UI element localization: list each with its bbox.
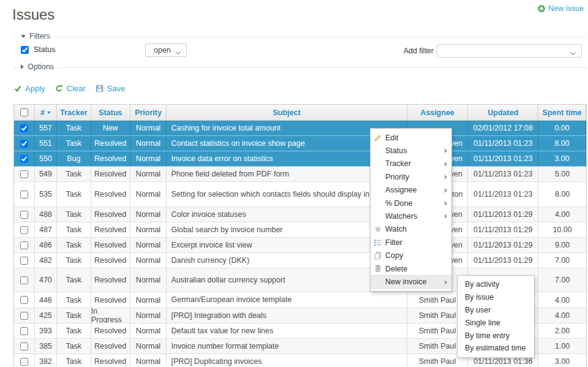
- issue-row-535[interactable]: 535TaskResolvedNormalSetting for selecti…: [14, 182, 586, 207]
- issue-status-cell: Resolved: [91, 151, 130, 166]
- context-menu-item-tracker[interactable]: Tracker: [371, 157, 451, 170]
- filters-legend[interactable]: Filters: [17, 32, 54, 40]
- issue-status-cell: Resolved: [91, 253, 130, 268]
- issue-spent-cell: 4.00: [538, 292, 586, 308]
- context-menu-item-edit[interactable]: Edit: [371, 131, 451, 144]
- add-filter-select[interactable]: [437, 44, 582, 58]
- row-checkbox-cell: [14, 268, 35, 292]
- issue-row-482[interactable]: 482TaskResolvedNormalDanish currency (DK…: [14, 253, 586, 268]
- row-checkbox-cell: [14, 167, 35, 181]
- row-checkbox[interactable]: [20, 276, 28, 284]
- context-menu-item-new-invoice[interactable]: New invoice: [371, 275, 451, 288]
- row-checkbox[interactable]: [20, 241, 28, 249]
- column-header-status[interactable]: Status: [91, 105, 130, 120]
- issue-tracker-cell: Bug: [57, 151, 91, 166]
- row-checkbox[interactable]: [20, 296, 28, 304]
- issue-row-551[interactable]: 551TaskResolvedNormalContact statistics …: [14, 136, 586, 151]
- submenu-item-by-user[interactable]: By user: [458, 304, 534, 317]
- new-issue-link[interactable]: New issue: [537, 4, 584, 13]
- issue-priority-cell: Normal: [130, 207, 167, 222]
- column-header-updated[interactable]: Updated: [468, 105, 538, 120]
- row-checkbox-cell: [14, 121, 35, 135]
- status-operator-select[interactable]: open: [145, 44, 187, 57]
- apply-button[interactable]: Apply: [13, 84, 45, 93]
- issue-row-488[interactable]: 488TaskResolvedNormalColor invoice statu…: [14, 207, 586, 222]
- issue-subject-cell: Invoice number format template: [167, 339, 407, 354]
- context-menu-item-done[interactable]: % Done: [371, 197, 451, 210]
- delete-icon: [374, 264, 382, 273]
- submenu-item-by-time-entry[interactable]: By time entry: [458, 329, 534, 342]
- issue-updated-cell: 01/11/2013 01:23: [468, 182, 538, 206]
- issue-priority-cell: Normal: [130, 238, 167, 252]
- row-checkbox[interactable]: [20, 257, 28, 265]
- issue-updated-cell: 01/11/2013 01:23: [468, 151, 538, 166]
- row-checkbox[interactable]: [20, 327, 28, 335]
- issue-row-487[interactable]: 487TaskResolvedNormalGlobal search by in…: [14, 222, 586, 238]
- context-menu-item-priority[interactable]: Priority: [371, 170, 451, 183]
- row-checkbox[interactable]: [20, 312, 28, 320]
- context-menu-item-status[interactable]: Status: [371, 144, 451, 157]
- context-menu-item-watch[interactable]: Watch: [371, 223, 451, 236]
- issue-row-549[interactable]: 549TaskResolvedNormalPhone field deleted…: [14, 167, 586, 182]
- submenu-item-by-activity[interactable]: By activity: [458, 278, 534, 291]
- options-legend[interactable]: Options: [17, 62, 58, 71]
- row-checkbox[interactable]: [20, 358, 28, 366]
- issue-priority-cell: Normal: [130, 268, 167, 292]
- issue-status-cell: Resolved: [91, 354, 130, 367]
- issue-updated-cell: 01/11/2013 01:29: [468, 207, 538, 222]
- issue-id-cell: 482: [35, 253, 57, 268]
- row-checkbox-cell: [14, 207, 35, 222]
- submenu-item-by-estimated-time[interactable]: By estimated time: [458, 342, 534, 355]
- issue-tracker-cell: Task: [57, 136, 91, 151]
- column-header-[interactable]: #: [35, 105, 57, 120]
- context-menu-item-delete[interactable]: Delete: [371, 262, 451, 275]
- row-checkbox[interactable]: [20, 342, 28, 350]
- issue-status-cell: Resolved: [91, 238, 130, 252]
- issue-updated-cell: 01/11/2013 01:29: [468, 238, 538, 252]
- issue-spent-cell: 10.00: [538, 222, 586, 237]
- column-header-priority[interactable]: Priority: [130, 105, 167, 120]
- save-button[interactable]: Save: [96, 84, 126, 93]
- row-checkbox-cell: [14, 182, 35, 206]
- context-menu-item-watchers[interactable]: Watchers: [371, 210, 451, 222]
- row-checkbox[interactable]: [20, 191, 28, 199]
- status-filter-checkbox[interactable]: [21, 46, 29, 54]
- submenu-item-single-line[interactable]: Single line: [458, 316, 534, 329]
- column-header-subject[interactable]: Subject: [167, 105, 407, 120]
- issue-status-cell: Resolved: [91, 339, 130, 354]
- row-checkbox[interactable]: [20, 170, 28, 178]
- issue-updated-cell: 01/11/2013 01:23: [468, 136, 538, 151]
- page-title: Issues: [12, 6, 55, 23]
- row-checkbox-cell: [14, 222, 35, 237]
- issue-spent-cell: 9.00: [538, 238, 586, 252]
- row-checkbox[interactable]: [20, 226, 28, 234]
- column-header-spent-time[interactable]: Spent time: [538, 105, 586, 120]
- sort-desc-icon: [47, 112, 51, 114]
- submenu-item-by-issue[interactable]: By issue: [458, 291, 534, 304]
- issues-page: Issues New issue Filters Status open Add…: [0, 0, 588, 367]
- issue-priority-cell: Normal: [130, 182, 167, 206]
- status-filter-label: Status: [34, 45, 55, 54]
- issue-spent-cell: 8.00: [538, 136, 586, 151]
- row-checkbox[interactable]: [20, 124, 28, 132]
- issue-row-486[interactable]: 486TaskResolvedNormalExcerpt invoice lis…: [14, 238, 586, 253]
- context-menu-item-assignee[interactable]: Assignee: [371, 184, 451, 197]
- issue-row-557[interactable]: 557TaskNewNormalCashing for invoice tota…: [14, 121, 586, 136]
- column-header-tracker[interactable]: Tracker: [57, 105, 91, 120]
- issue-updated-cell: 02/01/2012 17:08: [468, 121, 538, 135]
- options-fieldset-border: [13, 67, 587, 68]
- row-checkbox[interactable]: [20, 140, 28, 148]
- issue-row-550[interactable]: 550BugResolvedNormalInvoice data error o…: [14, 151, 586, 167]
- issue-spent-cell: 7.00: [538, 253, 586, 268]
- select-all-checkbox[interactable]: [20, 108, 28, 116]
- column-header-assignee[interactable]: Assignee: [407, 105, 469, 120]
- issue-id-cell: 487: [35, 222, 57, 237]
- row-checkbox-cell: [14, 292, 35, 308]
- context-menu-item-copy[interactable]: Copy: [371, 249, 451, 262]
- issue-tracker-cell: Task: [57, 182, 91, 206]
- row-checkbox[interactable]: [20, 211, 28, 219]
- context-menu-item-filter[interactable]: Filter: [371, 236, 451, 249]
- clear-button[interactable]: Clear: [55, 84, 86, 93]
- issue-tracker-cell: Task: [57, 253, 91, 268]
- row-checkbox[interactable]: [20, 155, 28, 163]
